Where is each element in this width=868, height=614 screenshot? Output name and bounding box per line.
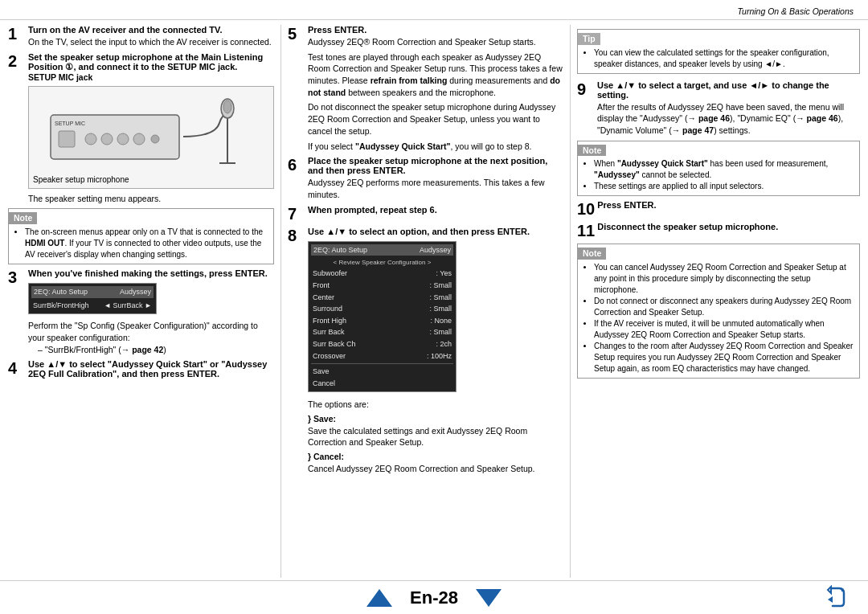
step-3-sub: – "SurrBk/FrontHigh" (→ page 42)	[28, 344, 274, 356]
screen-2-header-left: 2EQ: Auto Setup	[313, 245, 367, 256]
footer-back-button[interactable]	[825, 585, 849, 609]
screen-1-header: 2EQ: Auto Setup Audyssey	[31, 286, 154, 298]
step-4-num: 4	[8, 359, 26, 377]
step-3-body: 2EQ: Auto Setup Audyssey SurrBk/FrontHig…	[28, 280, 274, 355]
step-2-title: Set the speaker setup microphone at the …	[28, 52, 263, 72]
step-9-body: After the results of Audyssey 2EQ have b…	[597, 101, 860, 137]
col-right: Tip You can view the calculated settings…	[571, 25, 860, 578]
svg-point-7	[151, 135, 159, 143]
diagram-caption: Speaker setup microphone	[33, 175, 269, 184]
svg-point-6	[133, 133, 145, 145]
note-2-title: Note	[578, 145, 606, 157]
screen-2-cancel: Cancel	[311, 378, 453, 390]
step-10-num: 10	[577, 200, 595, 218]
step-5-body: Audyssey 2EQ® Room Correction and Speake…	[308, 36, 563, 152]
screen-2-row-subwoofer: Subwoofer: Yes	[311, 268, 453, 280]
svg-text:SETUP MIC: SETUP MIC	[55, 121, 85, 126]
note-1-list: The on-screen menus appear only on a TV …	[14, 227, 268, 260]
step-3-after: Perform the "Sp Config (Speaker Configur…	[28, 320, 274, 343]
setup-mic-label: SETUP MIC jack	[28, 72, 274, 82]
page-header: Turning On & Basic Operations	[0, 0, 868, 20]
note-1-box: Note The on-screen menus appear only on …	[8, 208, 274, 264]
header-title: Turning On & Basic Operations	[737, 6, 854, 16]
note-1-title: Note	[9, 212, 37, 224]
step-2-block: 2 Set the speaker setup microphone at th…	[8, 52, 274, 205]
col-mid: 5 Press ENTER. Audyssey 2EQ® Room Correc…	[281, 25, 571, 578]
step-2-after: The speaker setting menu appears.	[28, 193, 274, 205]
step-10-title: Press ENTER.	[597, 200, 656, 210]
screen-2-row-surrbackch: Surr Back Ch: 2ch	[311, 338, 453, 350]
svg-point-5	[117, 133, 129, 145]
footer-page-num: En-28	[410, 587, 458, 608]
step-1-num: 1	[8, 25, 26, 43]
screen-1-header-left: 2EQ: Auto Setup	[34, 287, 88, 297]
step-6-title: Place the speaker setup microphone at th…	[308, 156, 547, 175]
screen-2-buttons: Save Cancel	[311, 363, 453, 389]
step-6-block: 6 Place the speaker setup microphone at …	[288, 156, 563, 200]
note-3-item-4: Changes to the room after Audyssey 2EQ R…	[594, 341, 854, 375]
screen-2-row-surround: Surround: Small	[311, 303, 453, 315]
back-icon-svg	[825, 585, 849, 609]
note-3-list: You can cancel Audyssey 2EQ Room Correct…	[583, 262, 854, 375]
step-7-num: 7	[288, 205, 305, 223]
step-8-cancel: } Cancel:Cancel Audyssey 2EQ Room Correc…	[308, 451, 563, 474]
screen-2-row-front: Front: Small	[311, 280, 453, 292]
screen-1-row1: SurrBk/FrontHigh ◄ SurrBack ►	[31, 300, 154, 312]
footer-down-arrow[interactable]	[476, 589, 502, 607]
step-9-title: Use ▲/▼ to select a target, and use ◄/► …	[597, 80, 829, 100]
tip-box: Tip You can view the calculated settings…	[577, 29, 860, 74]
svg-rect-2	[59, 131, 75, 147]
svg-point-11	[223, 100, 231, 113]
note-2-box: Note When "Audyssey Quick Start" has bee…	[577, 141, 860, 197]
step-9-block: 9 Use ▲/▼ to select a target, and use ◄/…	[577, 80, 860, 137]
screen-2-row-center: Center: Small	[311, 292, 453, 304]
screen-1-col2: ◄ SurrBack ►	[104, 301, 152, 311]
back-icon	[825, 585, 849, 609]
screen-2-row-fronthigh: Front High: None	[311, 315, 453, 327]
note-1-item-1: The on-screen menus appear only on a TV …	[25, 227, 268, 260]
step-7-title: When prompted, repeat step 6.	[308, 205, 437, 215]
step-8-save: } Save:Save the calculated settings and …	[308, 413, 563, 448]
screen-2-subheader: < Review Speaker Configuration >	[311, 257, 453, 268]
step-10-block: 10 Press ENTER.	[577, 200, 860, 218]
step-5-title: Press ENTER.	[308, 25, 366, 35]
tip-title: Tip	[578, 33, 600, 45]
tip-list: You can view the calculated settings for…	[583, 47, 854, 70]
setup-diagram-svg: SETUP MIC	[47, 91, 256, 171]
step-8-title: Use ▲/▼ to select an option, and then pr…	[308, 227, 530, 236]
step-6-num: 6	[288, 156, 305, 174]
step-9-num: 9	[577, 80, 595, 98]
step-5-block: 5 Press ENTER. Audyssey 2EQ® Room Correc…	[288, 25, 563, 152]
step-2-num: 2	[8, 52, 26, 70]
step-8-body: 2EQ: Auto Setup Audyssey < Review Speake…	[308, 238, 563, 475]
step-1-body: On the TV, select the input to which the…	[28, 36, 274, 48]
main-content: 1 Turn on the AV receiver and the connec…	[0, 20, 868, 578]
screen-2-row-surrback: Surr Back: Small	[311, 326, 453, 338]
footer-up-arrow[interactable]	[366, 589, 392, 607]
svg-marker-12	[828, 596, 833, 603]
step-3-num: 3	[8, 268, 26, 286]
step-4-block: 4 Use ▲/▼ to select "Audyssey Quick Star…	[8, 359, 274, 379]
screen-1-header-right: Audyssey	[120, 287, 151, 297]
col-left: 1 Turn on the AV receiver and the connec…	[8, 25, 281, 578]
step-3-block: 3 When you've finished making the settin…	[8, 268, 274, 355]
note-3-item-2: Do not connect or disconnect any speaker…	[594, 296, 854, 318]
note-2-item-1: When "Audyssey Quick Start" has been use…	[594, 158, 854, 181]
note-3-box: Note You can cancel Audyssey 2EQ Room Co…	[577, 244, 860, 379]
step-3-title: When you've finished making the settings…	[28, 268, 268, 278]
step-7-block: 7 When prompted, repeat step 6.	[288, 205, 563, 223]
step-11-block: 11 Disconnect the speaker setup micropho…	[577, 222, 860, 239]
step-1-block: 1 Turn on the AV receiver and the connec…	[8, 25, 274, 48]
step-4-title: Use ▲/▼ to select "Audyssey Quick Start"…	[28, 359, 267, 379]
note-3-item-1: You can cancel Audyssey 2EQ Room Correct…	[594, 262, 854, 296]
step-11-title: Disconnect the speaker setup microphone.	[597, 222, 778, 231]
svg-point-4	[101, 133, 113, 145]
step-5-num: 5	[288, 25, 305, 43]
step-2-diagram: SETUP MIC	[28, 86, 274, 189]
tip-item-1: You can view the calculated settings for…	[594, 47, 854, 70]
page-footer: En-28	[0, 580, 868, 614]
screen-2-header: 2EQ: Auto Setup Audyssey	[311, 244, 453, 256]
screen-1: 2EQ: Auto Setup Audyssey SurrBk/FrontHig…	[28, 283, 157, 314]
step-1-title: Turn on the AV receiver and the connecte…	[28, 25, 222, 35]
note-3-item-3: If the AV receiver is muted, it will be …	[594, 318, 854, 341]
